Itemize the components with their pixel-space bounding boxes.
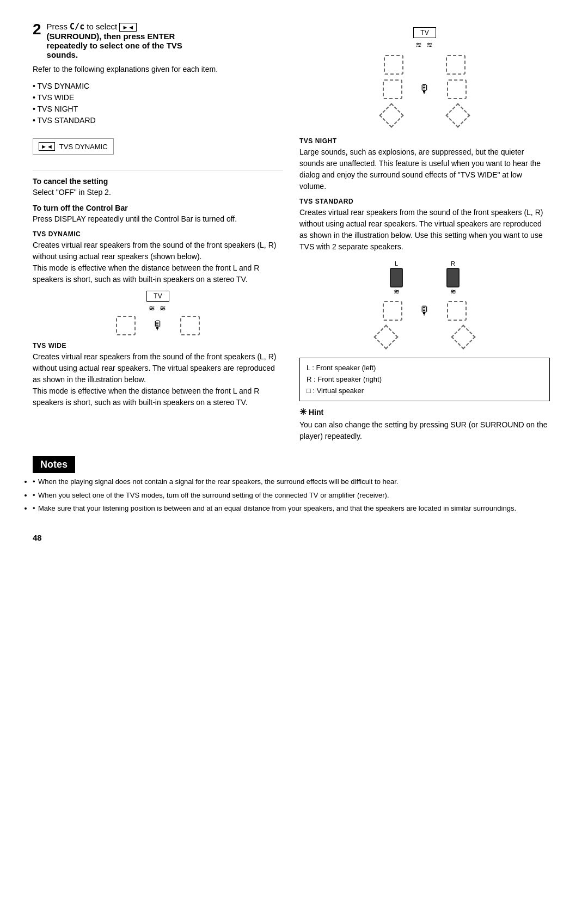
sound-waves-1: ≋ ≋ <box>149 304 167 312</box>
notes-item-2: When you select one of the TVS modes, tu… <box>33 490 555 501</box>
standard-bot-row <box>374 325 475 349</box>
hint-heading: ✳ Hint <box>299 407 550 417</box>
notes-item-1: When the playing signal does not contain… <box>33 476 555 487</box>
right-column: TV ≋ ≋ 🎙 TVS NIG <box>299 22 550 448</box>
cancel-heading: To cancel the setting <box>33 177 283 186</box>
section-divider <box>33 170 283 170</box>
step-bold1: (SURROUND), then press ENTER <box>47 32 175 41</box>
center-speaker-icon: 🎙 <box>152 318 164 333</box>
virt-sp-ml <box>383 79 402 99</box>
tv-label-right: TV <box>413 27 436 38</box>
standard-top-row: L ≋ R ≋ <box>390 260 460 296</box>
tvs-standard-heading: TVS STANDARD <box>299 198 550 205</box>
step-mid: to select <box>84 22 119 31</box>
step-text: Press C/c to select ►◄ (SURROUND), then … <box>47 22 182 59</box>
step-bold3: sounds. <box>47 50 78 59</box>
surround-row-2: 🎙 <box>383 79 467 99</box>
page-number: 48 <box>33 533 42 542</box>
cancel-section: To cancel the setting Select "OFF" in St… <box>33 177 283 198</box>
center-speaker-icon-right: 🎙 <box>419 82 431 96</box>
page-footer: 48 <box>33 533 555 542</box>
tvs-wide-section: TVS WIDE Creates virtual rear speakers f… <box>33 342 283 408</box>
virt-sp-tl <box>384 55 403 75</box>
std-virt-right <box>447 301 467 321</box>
bullet-item: TVS STANDARD <box>33 115 283 126</box>
right-top-diagram: TV ≋ ≋ 🎙 <box>299 27 550 130</box>
virt-sp-br <box>445 103 470 127</box>
tvs-dynamic-diagram: TV ≋ ≋ 🎙 <box>33 291 283 335</box>
sound-waves-right: ≋ ≋ <box>415 40 434 49</box>
turnoff-section: To turn off the Control Bar Press DISPLA… <box>33 204 283 225</box>
virt-sp-mr <box>447 79 467 99</box>
tvs-wide-text: Creates virtual rear speakers from the s… <box>33 351 283 408</box>
turnoff-text: Press DISPLAY repeatedly until the Contr… <box>33 213 283 225</box>
step-code: C/c <box>70 22 84 32</box>
description: Refer to the following explanations give… <box>33 64 283 75</box>
surround-icon: ►◄ <box>119 23 137 32</box>
tvs-night-section: TVS NIGHT Large sounds, such as explosio… <box>299 137 550 192</box>
right-speaker-label: R <box>446 260 460 267</box>
tvs-dynamic-heading: TVS DYNAMIC <box>33 230 283 238</box>
notes-header: Notes <box>33 456 75 473</box>
std-diamond-right <box>451 324 475 349</box>
standard-mid-row: 🎙 <box>383 301 467 321</box>
notes-box: Notes When the playing signal does not c… <box>33 456 555 517</box>
turnoff-heading: To turn off the Control Bar <box>33 204 283 212</box>
tvs-standard-section: TVS STANDARD Creates virtual rear speake… <box>299 198 550 253</box>
notes-item-3: Make sure that your listening position i… <box>33 503 555 514</box>
tvs-dynamic-section: TVS DYNAMIC Creates virtual rear speaker… <box>33 230 283 285</box>
std-diamond-left <box>373 324 398 349</box>
virt-sp-bl <box>379 103 403 127</box>
hint-label: Hint <box>309 408 323 416</box>
bullet-item: TVS WIDE <box>33 92 283 103</box>
legend-line2: R : Front speaker (right) <box>307 374 543 385</box>
step-bold2: repeatedly to select one of the TVS <box>47 41 182 50</box>
virtual-speaker-right <box>180 316 200 335</box>
tvs-standard-diagram: L ≋ R ≋ 🎙 <box>299 258 550 351</box>
tvs-standard-text: Creates virtual rear speakers from the s… <box>299 207 550 253</box>
std-center-icon: 🎙 <box>419 304 431 318</box>
display-box: ►◄ TVS DYNAMIC <box>33 138 114 155</box>
std-virt-left <box>383 301 402 321</box>
left-wave: ≋ <box>390 287 403 296</box>
virt-sp-tr <box>446 55 465 75</box>
tvs-dynamic-text: Creates virtual rear speakers from the s… <box>33 240 283 285</box>
tv-label: TV <box>146 291 169 302</box>
display-box-label: TVS DYNAMIC <box>59 143 108 151</box>
step-header: 2 Press C/c to select ►◄ (SURROUND), the… <box>33 22 283 59</box>
surround-row-3 <box>379 103 470 127</box>
tvs-night-text: Large sounds, such as explosions, are su… <box>299 146 550 192</box>
bullet-list: TVS DYNAMIC TVS WIDE TVS NIGHT TVS STAND… <box>33 81 283 126</box>
hint-section: ✳ Hint You can also change the setting b… <box>299 407 550 442</box>
legend-line3: □ : Virtual speaker <box>307 385 543 397</box>
tvs-wide-heading: TVS WIDE <box>33 342 283 350</box>
step-number: 2 <box>33 22 41 37</box>
cancel-text: Select "OFF" in Step 2. <box>33 187 283 198</box>
step-prefix: Press <box>47 22 70 31</box>
right-wave: ≋ <box>446 287 460 296</box>
surround-row-1 <box>384 54 465 75</box>
bullet-item: TVS NIGHT <box>33 103 283 115</box>
hint-text: You can also change the setting by press… <box>299 419 550 442</box>
virtual-speaker-left <box>116 316 136 335</box>
tvs-night-heading: TVS NIGHT <box>299 137 550 145</box>
legend-box: L : Front speaker (left) R : Front speak… <box>299 358 550 401</box>
notes-list: When the playing signal does not contain… <box>33 476 555 514</box>
legend-line1: L : Front speaker (left) <box>307 363 543 374</box>
display-surround-icon: ►◄ <box>39 142 55 151</box>
hint-star-icon: ✳ <box>299 407 307 417</box>
main-content: 2 Press C/c to select ►◄ (SURROUND), the… <box>33 22 555 448</box>
left-speaker-solid <box>390 268 403 287</box>
right-speaker-solid <box>446 268 460 287</box>
left-speaker-group: L ≋ <box>390 260 403 296</box>
bullet-item: TVS DYNAMIC <box>33 81 283 92</box>
speaker-row-1: 🎙 <box>116 316 200 335</box>
left-column: 2 Press C/c to select ►◄ (SURROUND), the… <box>33 22 283 448</box>
left-speaker-label: L <box>390 260 403 267</box>
page-container: 2 Press C/c to select ►◄ (SURROUND), the… <box>33 22 555 542</box>
right-speaker-group: R ≋ <box>446 260 460 296</box>
